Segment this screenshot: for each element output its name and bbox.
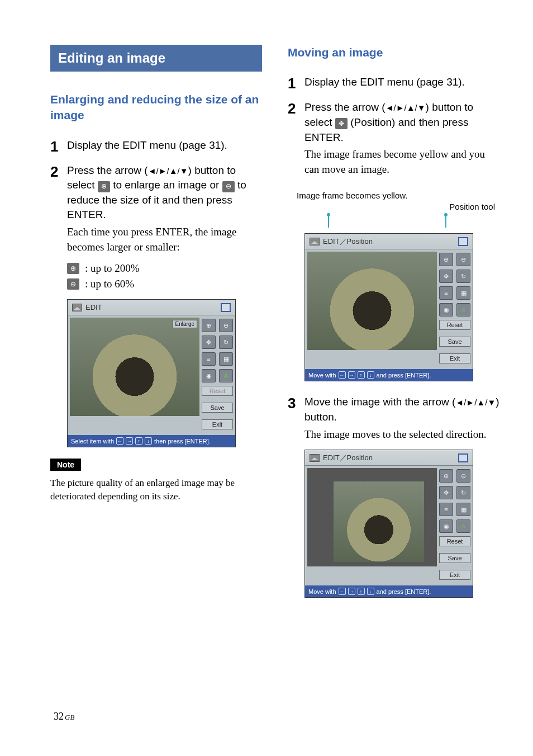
filter-icon[interactable]: ▦ [456,503,470,516]
zoom-in-icon[interactable]: ⊕ [439,469,453,483]
exit-button[interactable]: Exit [202,419,233,429]
step-number-1: 1 [288,75,304,92]
reset-button[interactable]: Reset [439,320,470,330]
key-down-icon: ↓ [145,437,152,445]
step2-explanation: Each time you press ENTER, the image bec… [67,225,262,254]
r-step1-text: Display the EDIT menu (page 31). [304,75,499,92]
text-icon[interactable]: A [456,303,470,316]
filter-icon[interactable]: ▦ [456,286,470,300]
r-step2-text: Press the arrow (◄/►/▲/▼) button to sele… [304,100,499,177]
filter-icon[interactable]: ▦ [219,352,233,366]
key-left-icon: ← [339,588,346,595]
panel-info-icon [458,237,468,246]
thumb-icon [310,454,320,462]
r-step2-expl: The image frames become yellow and you c… [304,147,499,177]
thumb-icon [310,238,320,245]
zoom-in-text: : up to 200% [85,262,140,275]
note-tag: Note [50,459,81,471]
save-button[interactable]: Save [439,337,470,347]
save-button[interactable]: Save [439,553,470,563]
thumb-icon [72,304,82,311]
reset-button[interactable]: Reset [202,386,233,396]
reset-button[interactable]: Reset [439,536,470,546]
key-right-icon: → [126,437,133,445]
ui-title: EDIT／Position [323,453,373,463]
callout-frame-label: Image frame becomes yellow. [297,190,499,201]
page-number: 32GB [54,711,74,722]
step-number-1: 1 [50,138,67,155]
zoom-in-icon: ⊕ [98,181,110,192]
exit-button[interactable]: Exit [439,570,470,580]
step-number-3: 3 [288,395,304,442]
status-bar: Move with ← → ↑ ↓ and press [ENTER]. [305,369,473,381]
status-bar: Move with ← → ↑ ↓ and press [ENTER]. [305,585,473,597]
edit-position-moved-panel: EDIT／Position ⊕ ⊖ ✥ ↻ ≡ ▦ ◉ [304,450,473,598]
status-bar: Select item with ← → ↑ ↓ then press [ENT… [68,435,235,447]
adjust-icon[interactable]: ≡ [202,352,216,366]
ui-title: EDIT [85,303,102,311]
adjust-icon[interactable]: ≡ [439,286,453,300]
step-number-2: 2 [50,163,67,255]
note-text: The picture quality of an enlarged image… [50,476,262,503]
zoom-in-icon[interactable]: ⊕ [439,253,453,266]
position-icon[interactable]: ✥ [439,270,453,283]
subheading-moving: Moving an image [288,45,499,60]
step1-text: Display the EDIT menu (page 31). [67,138,262,155]
r-step3-text: Move the image with the arrow (◄/►/▲/▼) … [304,395,499,442]
text-icon[interactable]: A [456,519,470,533]
redeye-icon[interactable]: ◉ [202,369,216,382]
edit-panel-screenshot: EDIT Enlarge ⊕ ⊖ ✥ ↻ ≡ ▦ ◉ A R [67,299,236,447]
photo-preview [307,468,437,566]
exit-button[interactable]: Exit [439,353,470,363]
zoom-out-icon[interactable]: ⊖ [456,469,470,483]
panel-info-icon [458,453,468,462]
r-step3-expl: The image moves to the selected directio… [304,427,499,442]
rotate-icon[interactable]: ↻ [456,486,470,499]
panel-info-icon [221,303,231,312]
rotate-icon[interactable]: ↻ [219,336,233,349]
key-left-icon: ← [116,437,123,445]
key-up-icon: ↑ [358,588,365,595]
save-button[interactable]: Save [202,403,233,413]
zoom-out-icon: ⊖ [222,181,235,192]
zoom-out-text: : up to 60% [85,278,134,290]
zoom-out-icon[interactable]: ⊖ [456,253,470,266]
ui-title: EDIT／Position [323,237,373,247]
key-down-icon: ↓ [367,371,374,379]
redeye-icon[interactable]: ◉ [439,519,453,533]
key-left-icon: ← [339,371,346,379]
key-up-icon: ↑ [135,437,142,445]
position-icon: ✥ [335,118,348,129]
key-down-icon: ↓ [367,588,374,595]
redeye-icon[interactable]: ◉ [439,303,453,316]
photo-preview [307,252,437,350]
step-number-2: 2 [288,100,304,177]
zoom-in-icon: ⊕ [67,263,79,274]
subheading-enlarge: Enlarging and reducing the size of an im… [50,92,262,124]
text-icon[interactable]: A [219,369,233,382]
key-right-icon: → [348,371,355,379]
rotate-icon[interactable]: ↻ [456,270,470,283]
edit-position-panel-screenshot: EDIT／Position ⊕ ⊖ ✥ ↻ ≡ ▦ ◉ A Reset [304,233,473,381]
position-icon[interactable]: ✥ [202,336,216,349]
key-right-icon: → [348,588,355,595]
step2-text: Press the arrow (◄/►/▲/▼) button to sele… [67,163,262,255]
zoom-out-icon: ⊖ [67,278,79,290]
zoom-out-icon[interactable]: ⊖ [219,319,233,332]
callout-position-label: Position tool [297,201,499,212]
photo-preview: Enlarge [70,318,199,416]
enlarge-chip: Enlarge [173,320,197,328]
key-up-icon: ↑ [358,371,365,379]
position-icon[interactable]: ✥ [439,486,453,499]
zoom-in-icon[interactable]: ⊕ [202,319,216,332]
section-banner: Editing an image [50,45,262,72]
adjust-icon[interactable]: ≡ [439,503,453,516]
